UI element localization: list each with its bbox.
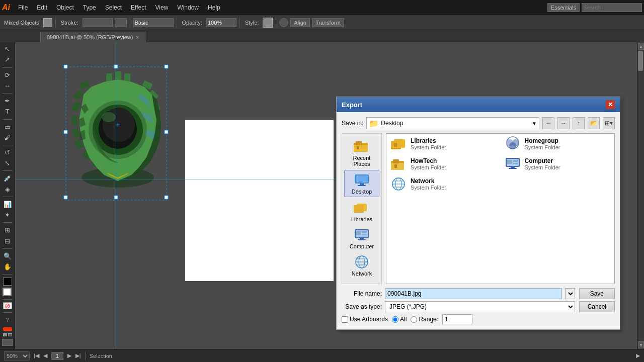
scroll-down-button[interactable]: ▼ bbox=[638, 341, 644, 348]
filename-dropdown[interactable]: ▼ bbox=[565, 288, 575, 299]
align-button[interactable]: Align bbox=[290, 18, 309, 27]
rotate-tool[interactable]: ↺ bbox=[2, 148, 13, 157]
use-artboards-input[interactable] bbox=[342, 316, 348, 323]
essentials-button[interactable]: Essentials bbox=[547, 3, 580, 12]
scale-tool[interactable]: ⤡ bbox=[2, 158, 13, 168]
menu-window[interactable]: Window bbox=[173, 3, 203, 12]
save-in-row: Save in: 📁 Desktop ▼ ← → ↑ 📂 ⊞▾ bbox=[342, 117, 615, 129]
style-dropdown[interactable] bbox=[133, 18, 174, 27]
menu-object[interactable]: Object bbox=[52, 3, 78, 12]
pen-tool[interactable]: ✒ bbox=[2, 96, 13, 106]
svg-rect-70 bbox=[394, 164, 397, 168]
use-artboards-checkbox[interactable]: Use Artboards bbox=[342, 316, 388, 323]
svg-rect-51 bbox=[356, 231, 361, 235]
shape-tool[interactable]: ▭ bbox=[2, 122, 13, 131]
stroke-swatch[interactable] bbox=[3, 288, 12, 296]
save-in-dropdown[interactable]: 📁 Desktop ▼ bbox=[366, 117, 539, 129]
zoom-select[interactable]: 50% 100% 200% bbox=[4, 351, 30, 360]
nav-first-button[interactable]: |◀ bbox=[34, 352, 39, 359]
artboard-tool[interactable]: ⊞ bbox=[2, 225, 13, 235]
all-radio-label[interactable]: All bbox=[392, 316, 407, 323]
menu-edit[interactable]: Edit bbox=[33, 3, 51, 12]
help-icon[interactable]: ? bbox=[2, 315, 13, 325]
menu-help[interactable]: Help bbox=[204, 3, 224, 12]
none-icon[interactable]: ⊘ bbox=[3, 302, 12, 309]
separator-4 bbox=[239, 18, 240, 28]
graph-tool[interactable]: 📊 bbox=[2, 200, 13, 209]
nav-computer[interactable]: Computer bbox=[344, 225, 379, 251]
left-toolbar: ↖ ↗ ⟳ ↔ ✒ T ▭ 🖌 ↺ ⤡ 💉 ◈ 📊 ✦ ⊞ ⊟ 🔍 ✋ ⊘ ? bbox=[0, 42, 15, 349]
menu-file[interactable]: File bbox=[14, 3, 32, 12]
menu-effect[interactable]: Effect bbox=[127, 3, 150, 12]
libraries-icon bbox=[353, 200, 371, 215]
new-folder-button[interactable]: 📂 bbox=[588, 117, 600, 129]
page-number-input[interactable] bbox=[51, 352, 63, 360]
file-item-libraries[interactable]: Libraries System Folder bbox=[386, 134, 501, 154]
savetype-dropdown[interactable]: JPEG (*.JPG) PNG (*.PNG) SVG (*.SVG) bbox=[385, 301, 575, 312]
brush-tool[interactable]: 🖌 bbox=[2, 133, 13, 142]
zoom-control[interactable]: 50% 100% 200% bbox=[4, 351, 30, 360]
dropdown-arrow-icon: ▼ bbox=[532, 121, 537, 126]
file-item-computer[interactable]: Computer System Folder bbox=[501, 154, 615, 174]
up-folder-button[interactable]: ↑ bbox=[573, 117, 585, 129]
stroke-label: Stroke: bbox=[59, 19, 80, 27]
search-input[interactable] bbox=[582, 3, 642, 12]
lt-sep-5 bbox=[3, 170, 13, 171]
stroke-input[interactable] bbox=[83, 18, 113, 27]
reflect-tool[interactable]: ↔ bbox=[2, 81, 13, 90]
filename-input[interactable] bbox=[385, 288, 562, 299]
libraries-type: System Folder bbox=[411, 144, 446, 150]
menu-select[interactable]: Select bbox=[101, 3, 126, 12]
views-button[interactable]: ⊞▾ bbox=[603, 117, 615, 129]
scroll-thumb[interactable] bbox=[638, 51, 643, 71]
range-radio[interactable] bbox=[411, 316, 417, 323]
range-radio-label[interactable]: Range: bbox=[411, 316, 438, 323]
zoom-tool[interactable]: 🔍 bbox=[2, 251, 13, 261]
nav-network[interactable]: Network bbox=[344, 252, 379, 279]
fill-swatch[interactable] bbox=[3, 278, 12, 286]
range-input[interactable] bbox=[442, 314, 472, 324]
close-tab-button[interactable]: × bbox=[136, 35, 139, 40]
file-item-howtech[interactable]: HowTech System Folder bbox=[386, 154, 501, 174]
transform-button[interactable]: Transform bbox=[312, 18, 344, 27]
dialog-close-button[interactable]: ✕ bbox=[606, 100, 615, 109]
transform-tool[interactable]: ⟳ bbox=[2, 70, 13, 79]
hand-tool[interactable]: ✋ bbox=[2, 262, 13, 272]
status-right-icon: ▶ bbox=[636, 352, 640, 359]
save-in-value: Desktop bbox=[381, 120, 530, 127]
nav-libraries[interactable]: Libraries bbox=[344, 198, 379, 224]
menu-type[interactable]: Type bbox=[79, 3, 100, 12]
scroll-up-button[interactable]: ▲ bbox=[638, 43, 644, 50]
network-icon bbox=[353, 254, 371, 269]
symbol-tool[interactable]: ✦ bbox=[2, 210, 13, 220]
nav-next-button[interactable]: ▶ bbox=[67, 352, 71, 359]
all-radio[interactable] bbox=[392, 316, 398, 323]
appearance-icon[interactable] bbox=[279, 18, 288, 27]
right-scrollbar[interactable]: ▲ ▼ bbox=[637, 42, 644, 349]
stroke-color[interactable] bbox=[115, 18, 127, 27]
nav-last-button[interactable]: ▶| bbox=[75, 352, 81, 359]
document-tab[interactable]: 090041B.ai @ 50% (RGB/Preview) × bbox=[40, 32, 145, 42]
slice-tool[interactable]: ⊟ bbox=[2, 236, 13, 246]
direct-select-tool[interactable]: ↗ bbox=[2, 55, 13, 64]
nav-recent-places[interactable]: Recent Places bbox=[344, 137, 379, 169]
video-icon[interactable] bbox=[2, 339, 13, 346]
go-back-button[interactable]: ← bbox=[542, 117, 554, 129]
nav-desktop[interactable]: Desktop bbox=[344, 170, 379, 197]
svg-rect-1 bbox=[64, 65, 67, 68]
nav-prev-button[interactable]: ◀ bbox=[43, 352, 47, 359]
go-forward-button[interactable]: → bbox=[557, 117, 570, 129]
menu-view[interactable]: View bbox=[151, 3, 173, 12]
type-tool[interactable]: T bbox=[2, 107, 13, 116]
select-tool[interactable]: ↖ bbox=[2, 44, 13, 54]
blend-tool[interactable]: ◈ bbox=[2, 185, 13, 194]
save-in-folder-icon: 📁 bbox=[369, 119, 379, 128]
opacity-input[interactable] bbox=[206, 18, 236, 27]
file-item-homegroup[interactable]: Homegroup System Folder bbox=[501, 134, 615, 154]
save-button[interactable]: Save bbox=[579, 288, 615, 299]
separator-3 bbox=[177, 18, 177, 28]
eyedropper-tool[interactable]: 💉 bbox=[2, 173, 13, 183]
file-item-network[interactable]: Network System Folder bbox=[386, 174, 501, 194]
cancel-button[interactable]: Cancel bbox=[579, 301, 615, 312]
separator-2 bbox=[130, 18, 130, 28]
